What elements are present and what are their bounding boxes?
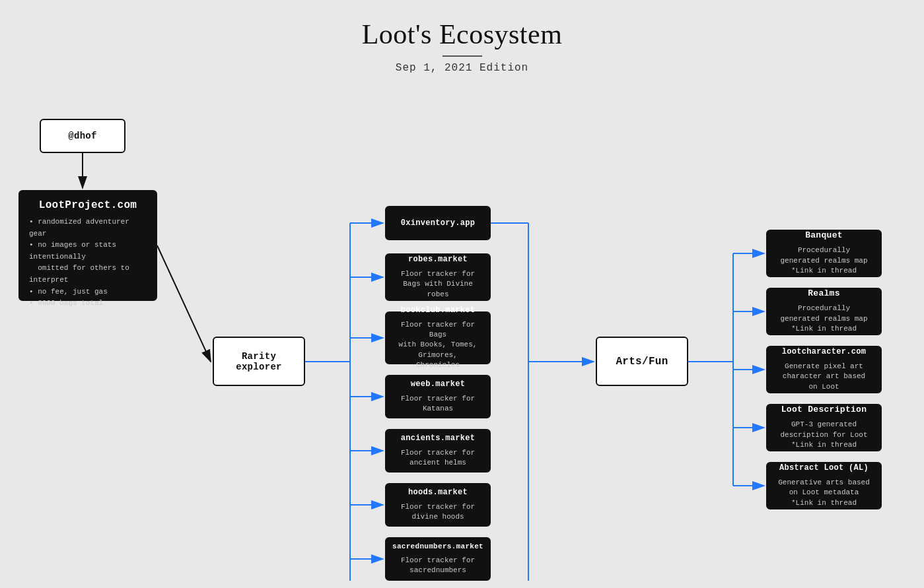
arts5-desc: Generative arts basedon Loot metadata*Li… [778,478,870,508]
market7-box: sacrednumbers.market Floor tracker forsa… [385,537,491,581]
market7-desc: Floor tracker forsacrednumbers [401,556,475,576]
market4-desc: Floor tracker forKatanas [401,394,475,414]
arts1-box: Banquet Procedurallygenerated realms map… [766,230,882,277]
arts4-desc: GPT-3 generateddescription for Loot*Link… [780,420,867,450]
arts4-label: Loot Description [781,405,867,414]
dhof-label: @dhof [68,131,97,141]
arts1-label: Banquet [805,230,843,240]
subtitle: Sep 1, 2021 Edition [0,62,924,74]
market6-label: hoods.market [408,488,468,497]
page-container: Loot's Ecosystem Sep 1, 2021 Edition [0,0,924,588]
arts2-box: Realms Procedurallygenerated realms map*… [766,288,882,335]
arts1-desc: Procedurallygenerated realms map*Link in… [780,245,867,276]
loot-box: LootProject.com • randomized adventurer … [18,190,157,301]
dhof-box: @dhof [40,119,125,153]
market3-label: bookclub.market [401,306,476,315]
market3-desc: Floor tracker for Bagswith Books, Tomes,… [394,320,481,371]
main-title: Loot's Ecosystem [0,18,924,50]
title-divider [443,55,482,57]
market1-box: 0xinventory.app [385,206,491,240]
market3-box: bookclub.market Floor tracker for Bagswi… [385,311,491,364]
market4-box: weeb.market Floor tracker forKatanas [385,375,491,418]
market5-desc: Floor tracker forancient helms [401,448,475,469]
market2-label: robes.market [408,255,468,264]
market1-label: 0xinventory.app [401,218,476,228]
arts4-box: Loot Description GPT-3 generateddescript… [766,404,882,451]
diagram: @dhof LootProject.com • randomized adven… [0,79,924,581]
arts3-desc: Generate pixel artcharacter art basedon … [783,362,865,392]
arts5-label: Abstract Loot (AL) [779,463,869,473]
market2-desc: Floor tracker forBags with Divinerobes [401,269,475,300]
market6-box: hoods.market Floor tracker fordivine hoo… [385,483,491,527]
artsfun-box: Arts/Fun [596,337,688,386]
market6-desc: Floor tracker fordivine hoods [401,502,475,523]
market5-box: ancients.market Floor tracker forancient… [385,429,491,473]
arts2-desc: Procedurallygenerated realms map*Link in… [780,304,867,334]
svg-line-3 [157,245,211,362]
arts3-label: lootcharacter.com [782,347,867,356]
market5-label: ancients.market [401,434,476,443]
loot-desc: • randomized adventurer gear• no images … [29,216,147,310]
rarity-box: Rarityexplorer [213,337,305,386]
arts3-box: lootcharacter.com Generate pixel artchar… [766,346,882,393]
title-area: Loot's Ecosystem Sep 1, 2021 Edition [0,0,924,74]
market2-box: robes.market Floor tracker forBags with … [385,253,491,301]
market7-label: sacrednumbers.market [392,542,483,550]
artsfun-label: Arts/Fun [616,356,668,368]
arts2-label: Realms [808,288,840,298]
rarity-label: Rarityexplorer [236,351,282,372]
market4-label: weeb.market [411,379,466,389]
loot-label: LootProject.com [39,199,137,211]
arts5-box: Abstract Loot (AL) Generative arts based… [766,462,882,509]
